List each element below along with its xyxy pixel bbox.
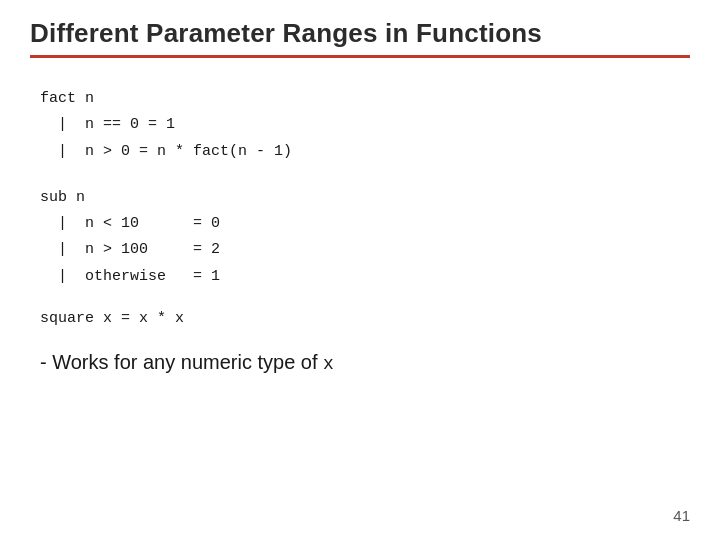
slide-title: Different Parameter Ranges in Functions xyxy=(30,18,690,49)
sub-code: sub n | n < 10 = 0 | n > 100 = 2 | other… xyxy=(40,185,680,290)
square-code: square x = x * x xyxy=(40,310,680,327)
fact-section: fact n | n == 0 = 1 | n > 0 = n * fact(n… xyxy=(40,86,680,165)
sub-section: sub n | n < 10 = 0 | n > 100 = 2 | other… xyxy=(40,185,680,290)
description-code-inline: x xyxy=(323,354,334,374)
description-prefix: - Works for any numeric type of xyxy=(40,351,323,373)
slide: Different Parameter Ranges in Functions … xyxy=(0,0,720,540)
content-area: fact n | n == 0 = 1 | n > 0 = n * fact(n… xyxy=(0,58,720,394)
fact-code: fact n | n == 0 = 1 | n > 0 = n * fact(n… xyxy=(40,86,680,165)
page-number: 41 xyxy=(673,507,690,524)
description-text: - Works for any numeric type of x xyxy=(40,351,680,374)
fact-code-block: fact n | n == 0 = 1 | n > 0 = n * fact(n… xyxy=(40,86,680,290)
title-bar: Different Parameter Ranges in Functions xyxy=(0,0,720,58)
